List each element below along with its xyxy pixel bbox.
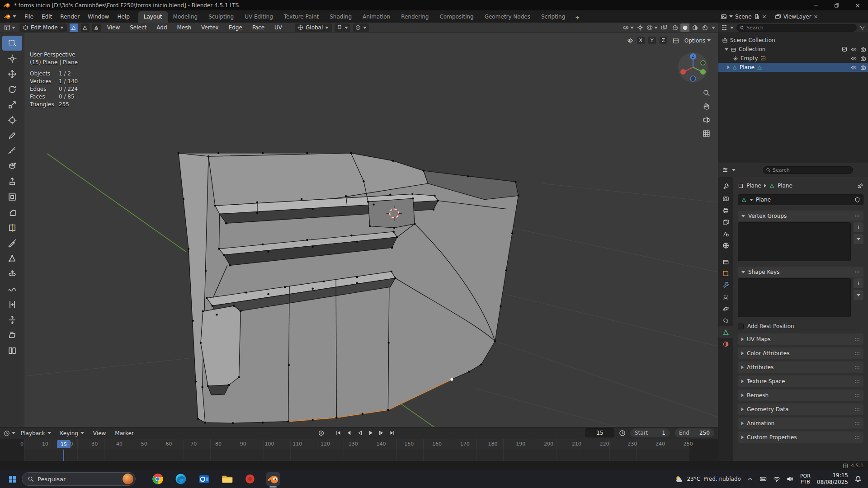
properties-panel-collapsed[interactable]: Animation: [738, 418, 863, 429]
tool-move[interactable]: [2, 66, 22, 81]
search-highlight-image[interactable]: [123, 474, 133, 484]
tool-transform[interactable]: [2, 113, 22, 127]
outliner-row-empty[interactable]: Empty: [718, 54, 868, 63]
render-camera-icon[interactable]: [860, 47, 866, 52]
properties-panel-collapsed[interactable]: Attributes: [738, 361, 863, 373]
tool-add-cube[interactable]: [2, 159, 22, 174]
filter-icon[interactable]: [859, 25, 865, 31]
tool-scale[interactable]: [2, 97, 22, 112]
restore-button[interactable]: [826, 0, 847, 10]
viewport-3d[interactable]: User Perspective (15) Plane | Plane Obje…: [0, 33, 718, 427]
play-button[interactable]: [366, 428, 375, 437]
add-shape-key-button[interactable]: +: [854, 278, 863, 288]
camera-view-icon[interactable]: [703, 116, 710, 124]
options-dropdown[interactable]: Options: [684, 38, 711, 44]
properties-panel-collapsed[interactable]: Texture Space: [738, 375, 863, 387]
taskbar-search[interactable]: [22, 472, 136, 486]
minimize-button[interactable]: [806, 0, 826, 10]
play-reverse-button[interactable]: [355, 428, 364, 437]
properties-panel-collapsed[interactable]: Color Attributes: [738, 347, 863, 359]
new-scene-icon[interactable]: [754, 14, 760, 19]
panel-grip-icon[interactable]: [854, 436, 860, 439]
props-tab-physics[interactable]: [718, 303, 733, 314]
edge-icon[interactable]: [174, 472, 188, 486]
props-tab-collection[interactable]: [718, 256, 733, 267]
overlays-dropdown[interactable]: [646, 24, 658, 31]
proportional-editing-toggle[interactable]: [353, 23, 369, 32]
tool-rip-region[interactable]: [2, 343, 22, 358]
menu-uv[interactable]: UV: [271, 24, 286, 31]
navigation-gizmo[interactable]: Z: [677, 52, 709, 83]
props-tab-modifiers[interactable]: [718, 279, 733, 291]
breadcrumb-object[interactable]: Plane: [746, 183, 761, 189]
panel-grip-icon[interactable]: [854, 394, 860, 397]
props-tab-render[interactable]: [718, 192, 733, 204]
scene-browse-icon[interactable]: [721, 14, 727, 20]
chevron-down-icon[interactable]: [730, 27, 734, 29]
outlook-icon[interactable]: [197, 472, 211, 486]
menu-help[interactable]: Help: [113, 11, 133, 22]
tab-compositing[interactable]: Compositing: [434, 11, 479, 23]
props-tab-particles[interactable]: [718, 291, 733, 303]
mirror-y-button[interactable]: Y: [648, 37, 656, 44]
tool-cursor[interactable]: [2, 51, 22, 66]
tool-poly-build[interactable]: [2, 251, 22, 266]
expand-arrow-icon[interactable]: [725, 48, 728, 51]
tab-sculpting[interactable]: Sculpting: [203, 11, 239, 23]
timeline-ruler[interactable]: 0102030405060708090100110120130140150160…: [0, 439, 718, 450]
add-rest-position-checkbox[interactable]: [738, 324, 744, 329]
mirror-z-button[interactable]: Z: [660, 37, 667, 44]
tool-knife[interactable]: [2, 235, 22, 250]
start-button[interactable]: [5, 471, 20, 487]
shape-key-specials-button[interactable]: [854, 290, 863, 300]
eye-icon[interactable]: [851, 56, 857, 61]
vertex-groups-panel-header[interactable]: Vertex Groups: [738, 211, 863, 221]
menu-add[interactable]: Add: [153, 24, 170, 31]
props-tab-constraints[interactable]: [718, 314, 733, 326]
shading-material-button[interactable]: [690, 23, 699, 32]
next-keyframe-button[interactable]: [377, 428, 386, 437]
menu-marker[interactable]: Marker: [111, 430, 137, 436]
tool-bevel[interactable]: [2, 205, 22, 220]
menu-vertex[interactable]: Vertex: [198, 24, 222, 31]
props-tab-output[interactable]: [718, 204, 733, 216]
tab-texture-paint[interactable]: Texture Paint: [278, 11, 324, 23]
close-button[interactable]: ×: [847, 0, 868, 10]
props-tab-object-data[interactable]: [718, 326, 733, 338]
menu-window[interactable]: Window: [84, 11, 113, 22]
menu-keying[interactable]: Keying: [57, 430, 88, 436]
render-camera-icon[interactable]: [860, 56, 866, 61]
start-frame-field[interactable]: Start 1: [630, 428, 670, 437]
mode-dropdown[interactable]: Edit Mode: [19, 23, 67, 32]
outliner-row-plane[interactable]: Plane: [718, 63, 868, 72]
face-select-button[interactable]: [92, 23, 101, 32]
tab-layout[interactable]: Layout: [138, 11, 168, 23]
panel-grip-icon[interactable]: [854, 422, 860, 425]
gizmos-toggle-icon[interactable]: [637, 24, 643, 31]
pan-hand-icon[interactable]: [703, 103, 710, 110]
menu-edge[interactable]: Edge: [225, 24, 246, 31]
current-frame-field[interactable]: 15: [585, 428, 614, 437]
touch-keyboard-icon[interactable]: [760, 475, 767, 483]
unlink-view-layer-icon[interactable]: ×: [814, 14, 818, 20]
end-frame-field[interactable]: End 250: [675, 428, 714, 437]
tab-rendering[interactable]: Rendering: [396, 11, 434, 23]
editor-type-button[interactable]: [3, 24, 17, 31]
fake-user-shield-icon[interactable]: [854, 197, 860, 203]
props-tab-object[interactable]: [718, 267, 733, 279]
zoom-icon[interactable]: [703, 89, 710, 97]
tool-shear[interactable]: [2, 328, 22, 343]
view-layer-name[interactable]: ViewLayer: [783, 14, 811, 20]
chevron-down-icon[interactable]: [12, 432, 15, 434]
props-tab-world[interactable]: [718, 239, 733, 251]
panel-grip-icon[interactable]: [854, 214, 860, 218]
shape-keys-list[interactable]: [738, 278, 851, 317]
viewport-settings-icon[interactable]: [673, 38, 679, 44]
menu-playback[interactable]: Playback: [17, 430, 55, 436]
tool-edge-slide[interactable]: [2, 297, 22, 312]
checkbox-icon[interactable]: [842, 47, 847, 52]
show-hide-dropdown[interactable]: [623, 24, 634, 31]
properties-panel-collapsed[interactable]: Remesh: [738, 389, 863, 401]
jump-to-start-button[interactable]: [333, 428, 343, 437]
menu-view[interactable]: View: [104, 24, 123, 31]
